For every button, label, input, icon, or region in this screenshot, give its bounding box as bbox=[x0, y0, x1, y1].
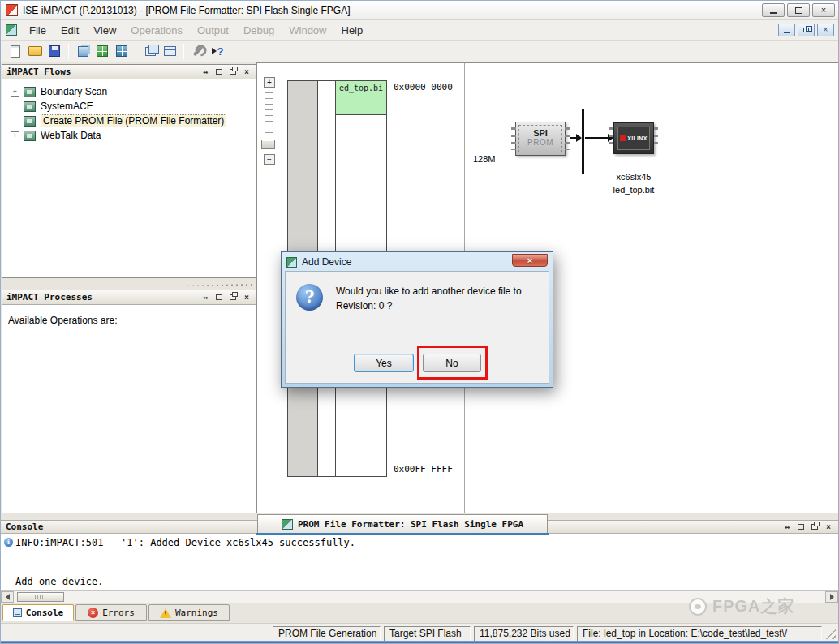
menu-file[interactable]: File bbox=[22, 21, 54, 40]
memory-map-file-block[interactable]: ed_top.bi bbox=[336, 81, 386, 115]
mdi-restore-button[interactable] bbox=[798, 24, 815, 36]
float-icon bbox=[230, 294, 236, 300]
question-icon: ? bbox=[296, 284, 323, 311]
chip-pins-icon bbox=[654, 127, 658, 149]
console-line: INFO:iMPACT:501 - '1': Added Device xc6s… bbox=[15, 536, 838, 549]
menu-help[interactable]: Help bbox=[334, 21, 371, 40]
yes-button[interactable]: Yes bbox=[354, 354, 414, 372]
open-folder-icon bbox=[28, 46, 42, 56]
menu-operations[interactable]: Operations bbox=[123, 21, 190, 40]
panel-close-icon[interactable]: × bbox=[242, 293, 252, 303]
zoom-slider-track[interactable] bbox=[265, 92, 273, 136]
watermark: FPGA之家 bbox=[689, 595, 795, 617]
panel-dock-icon[interactable]: ↔ bbox=[782, 522, 792, 532]
scroll-right-button[interactable] bbox=[825, 591, 838, 603]
menu-edit[interactable]: Edit bbox=[54, 21, 86, 40]
tile-windows-button[interactable] bbox=[160, 42, 179, 61]
menu-bar: File Edit View Operations Output Debug W… bbox=[1, 20, 838, 41]
square-icon bbox=[798, 524, 804, 530]
mdi-window-controls: × bbox=[778, 24, 834, 36]
status-file-location: File: led_top in Location: E:\code_test\… bbox=[577, 626, 822, 642]
mdi-minimize-button[interactable] bbox=[778, 24, 795, 36]
resize-grip[interactable] bbox=[824, 629, 836, 639]
tab-warnings[interactable]: ! Warnings bbox=[148, 604, 230, 621]
prom-size-label: 128M bbox=[473, 154, 496, 164]
watermark-text: FPGA之家 bbox=[712, 595, 795, 617]
menu-debug[interactable]: Debug bbox=[236, 21, 282, 40]
flow-item-label: WebTalk Data bbox=[41, 130, 101, 141]
app-window: ISE iMPACT (P.20131013) - [PROM File For… bbox=[0, 0, 839, 644]
window-controls: × bbox=[762, 3, 835, 17]
panel-float-icon[interactable] bbox=[810, 522, 820, 532]
systemace-icon bbox=[24, 101, 36, 112]
xilinx-logo-square bbox=[620, 135, 626, 141]
wrench-icon bbox=[193, 46, 204, 57]
window-minimize-button[interactable] bbox=[762, 3, 785, 17]
boundary-scan-icon bbox=[24, 87, 36, 97]
toolbar-separator bbox=[68, 44, 69, 59]
expand-plus-icon[interactable]: + bbox=[11, 131, 19, 140]
green-grid-icon bbox=[97, 45, 108, 57]
window-close-button[interactable]: × bbox=[812, 3, 835, 17]
console-icon bbox=[13, 608, 22, 617]
xilinx-logo-text: XILINX bbox=[627, 135, 647, 141]
dialog-close-button[interactable]: × bbox=[512, 254, 548, 267]
cascade-windows-button[interactable] bbox=[140, 42, 160, 61]
flow-item-boundary-scan[interactable]: + Boundary Scan bbox=[2, 84, 256, 99]
panel-splitter[interactable] bbox=[2, 278, 256, 290]
flow-item-create-prom-file[interactable]: Create PROM File (PROM File Formatter) bbox=[2, 114, 256, 128]
arrow-icon bbox=[576, 134, 582, 142]
flow-item-systemace[interactable]: SystemACE bbox=[2, 99, 256, 114]
panel-maximize-icon[interactable] bbox=[214, 67, 224, 77]
status-bar: PROM File Generation Target SPI Flash 11… bbox=[1, 623, 838, 642]
copy-button[interactable] bbox=[73, 42, 93, 61]
menu-view[interactable]: View bbox=[86, 21, 123, 40]
boundary-scan-mode-button[interactable] bbox=[93, 42, 112, 61]
flow-item-webtalk-data[interactable]: + WebTalk Data bbox=[2, 128, 256, 143]
dialog-icon bbox=[286, 257, 297, 268]
processes-panel-titlebar: iMPACT Processes ↔ × bbox=[2, 290, 256, 305]
expander-spacer bbox=[11, 102, 19, 111]
panel-maximize-icon[interactable] bbox=[214, 293, 224, 303]
panel-float-icon[interactable] bbox=[228, 293, 238, 303]
spi-prom-device[interactable]: SPI PROM bbox=[515, 122, 566, 156]
tab-console[interactable]: Console bbox=[2, 604, 74, 621]
chip-pins-icon bbox=[609, 127, 613, 149]
new-file-button[interactable] bbox=[6, 42, 25, 61]
panel-dock-icon[interactable]: ↔ bbox=[200, 67, 210, 77]
window-maximize-button[interactable] bbox=[787, 3, 810, 17]
context-help-button[interactable]: ? bbox=[208, 42, 227, 61]
tab-prom-file-formatter[interactable]: PROM File Formatter: SPI Flash Single FP… bbox=[257, 514, 548, 535]
zoom-slider-handle[interactable] bbox=[261, 140, 275, 149]
menu-window[interactable]: Window bbox=[282, 21, 333, 40]
zoom-in-button[interactable]: + bbox=[264, 77, 275, 88]
panel-float-icon[interactable] bbox=[228, 67, 238, 77]
panel-controls: ↔ × bbox=[200, 67, 252, 77]
impact-processes-panel: iMPACT Processes ↔ × Available Operation… bbox=[2, 290, 256, 513]
panel-close-icon[interactable]: × bbox=[824, 522, 833, 532]
expand-plus-icon[interactable]: + bbox=[11, 88, 19, 97]
mdi-close-button[interactable]: × bbox=[817, 24, 834, 36]
open-file-button[interactable] bbox=[25, 42, 45, 61]
impact-flows-panel: iMPACT Flows ↔ × + Boundary Scan SystemA… bbox=[2, 64, 256, 278]
tab-errors[interactable]: × Errors bbox=[75, 604, 147, 621]
error-icon: × bbox=[88, 608, 98, 618]
scroll-left-button[interactable] bbox=[1, 591, 14, 603]
prom-mode-button[interactable] bbox=[112, 42, 131, 61]
zoom-out-button[interactable]: − bbox=[264, 154, 275, 165]
flows-tree: + Boundary Scan SystemACE Create PROM Fi… bbox=[2, 79, 256, 143]
menu-output[interactable]: Output bbox=[190, 21, 236, 40]
panel-maximize-icon[interactable] bbox=[796, 522, 806, 532]
settings-wrench-button[interactable] bbox=[188, 42, 208, 61]
info-icon: i bbox=[4, 538, 13, 547]
save-button[interactable] bbox=[45, 42, 64, 61]
blue-grid-icon bbox=[116, 45, 127, 57]
window-bottom-border bbox=[1, 641, 838, 643]
scrollbar-thumb[interactable] bbox=[17, 592, 64, 602]
panel-close-icon[interactable]: × bbox=[242, 67, 252, 77]
square-icon bbox=[216, 294, 222, 300]
window-title: ISE iMPACT (P.20131013) - [PROM File For… bbox=[23, 5, 350, 16]
panel-dock-icon[interactable]: ↔ bbox=[200, 293, 210, 303]
splitter-grip-icon bbox=[148, 284, 254, 286]
fpga-device[interactable]: XILINX bbox=[613, 122, 654, 154]
